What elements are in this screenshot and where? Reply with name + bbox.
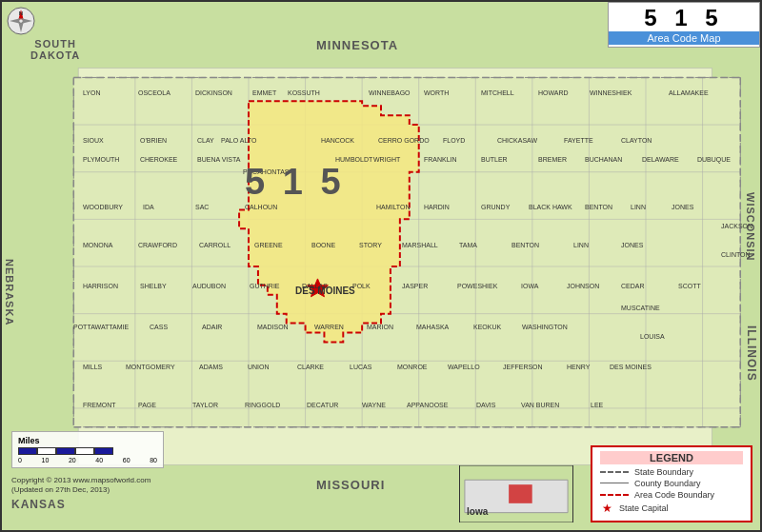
county-hancock: HANCOCK xyxy=(321,137,354,144)
scale-bar: Miles 0 10 20 40 60 80 xyxy=(11,431,164,468)
county-washington: WASHINGTON xyxy=(522,324,568,330)
county-fremont: FREMONT xyxy=(83,402,116,408)
county-decatur: DECATUR xyxy=(307,402,338,408)
county-story: STORY xyxy=(359,242,382,248)
county-louisa: LOUISA xyxy=(640,333,665,340)
county-butler: BUTLER xyxy=(481,156,508,163)
county-wright: WRIGHT xyxy=(373,156,400,163)
county-adams: ADAMS xyxy=(199,364,223,370)
area-code-map-label: 5 1 5 xyxy=(245,162,345,203)
area-code-boundary-line xyxy=(600,494,629,496)
county-lee: LEE xyxy=(591,402,603,408)
minnesota-label: MINNESOTA xyxy=(316,38,398,52)
county-monona: MONONA xyxy=(83,242,113,248)
iowa-inset-label: Iowa xyxy=(467,506,488,517)
county-monroe: MONROE xyxy=(397,364,428,370)
legend-state-capital: ★ State Capital xyxy=(600,502,743,515)
legend-box: LEGEND State Boundary County Boundary Ar… xyxy=(591,445,752,522)
county-johnson: JOHNSON xyxy=(567,283,599,289)
county-lucas: LUCAS xyxy=(350,364,371,370)
county-audubon: AUDUBON xyxy=(192,283,226,289)
county-mitchell: MITCHELL xyxy=(481,89,514,96)
kansas-label: KANSAS xyxy=(11,498,66,511)
county-union: UNION xyxy=(248,364,270,370)
county-bremer: BREMER xyxy=(538,156,567,163)
legend-county-boundary: County Boundary xyxy=(600,479,743,488)
legend-state-boundary: State Boundary xyxy=(600,467,743,477)
county-cedar: CEDAR xyxy=(621,283,645,289)
county-davis: DAVIS xyxy=(476,402,496,408)
county-chickasaw: CHICKASAW xyxy=(497,137,537,144)
county-allamakee: ALLAMAKEE xyxy=(669,89,709,96)
svg-text:N: N xyxy=(19,10,23,16)
nebraska-label: NEBRASKA xyxy=(4,259,15,325)
county-greene: GREENE xyxy=(254,242,283,248)
county-poweshiek: POWESHIEK xyxy=(457,283,497,289)
county-wayne: WAYNE xyxy=(362,402,386,408)
county-emmet: EMMET xyxy=(252,89,276,96)
county-taylor: TAYLOR xyxy=(192,402,218,408)
county-iowa: IOWA xyxy=(521,283,538,289)
county-clarke: CLARKE xyxy=(297,364,324,370)
legend-county-boundary-label: County Boundary xyxy=(634,479,701,488)
county-hamilton: HAMILTON xyxy=(376,204,411,210)
county-cerro-gordo: CERRO GORDO xyxy=(378,137,430,144)
county-linn: LINN xyxy=(631,204,646,210)
county-sioux: SIOUX xyxy=(83,137,104,144)
county-marshall: MARSHALL xyxy=(402,242,438,248)
county-cherokee: CHEROKEE xyxy=(140,156,177,163)
updated-text: (Updated on 27th Dec, 2013) xyxy=(11,485,110,494)
county-pottawattamie: POTTAWATTAMIE xyxy=(73,324,129,330)
compass-rose: N xyxy=(6,6,36,36)
county-ida: IDA xyxy=(143,204,154,210)
county-linn-r5: LINN xyxy=(573,242,589,248)
area-code-title: 5 1 5 xyxy=(644,5,723,31)
scale-graphic xyxy=(18,447,157,455)
county-winnebago: WINNEBAGO xyxy=(369,89,411,96)
legend-state-capital-label: State Capital xyxy=(619,503,669,513)
county-warren: WARREN xyxy=(314,324,344,330)
county-guthrie: GUTHRIE xyxy=(250,283,280,289)
county-jones: JONES xyxy=(672,204,693,210)
county-marion: MARION xyxy=(367,324,393,330)
county-hardin: HARDIN xyxy=(424,204,450,210)
illinois-label: ILLINOIS xyxy=(745,325,758,382)
county-jackson: JACKSON xyxy=(721,223,752,229)
county-jefferson: JEFFERSON xyxy=(503,364,543,370)
county-muscatine: MUSCATINE xyxy=(621,305,660,311)
county-crawford: CRAWFORD xyxy=(138,242,177,248)
missouri-label: MISSOURI xyxy=(316,478,385,492)
scale-numbers: 0 10 20 40 60 80 xyxy=(18,457,157,463)
county-scott: SCOTT xyxy=(678,283,701,289)
county-calhoun: CALHOUN xyxy=(245,204,277,210)
svg-rect-33 xyxy=(509,484,532,503)
map-container: N 5 1 5 Area Code Map SOUTHDAKOTA MINNES… xyxy=(0,0,762,532)
county-black-hawk: BLACK HAWK xyxy=(529,204,572,210)
county-clayton: CLAYTON xyxy=(621,137,652,144)
des-moines-label: DES MOINES xyxy=(295,286,355,296)
county-montgomery: MONTGOMERY xyxy=(126,364,175,370)
county-wapello: WAPELLO xyxy=(448,364,480,370)
county-ringgold: RINGGOLD xyxy=(245,402,280,408)
county-jasper: JASPER xyxy=(402,283,428,289)
county-cass: CASS xyxy=(150,324,168,330)
county-henry: HENRY xyxy=(567,364,590,370)
county-keokuk: KEOKUK xyxy=(473,324,501,330)
legend-area-code-boundary-label: Area Code Boundary xyxy=(634,490,714,500)
county-woodbury: WOODBURY xyxy=(83,204,123,210)
legend-state-boundary-label: State Boundary xyxy=(634,467,693,477)
county-carroll: CARROLL xyxy=(199,242,231,248)
area-code-subtitle: Area Code Map xyxy=(609,31,759,45)
county-adair: ADAIR xyxy=(202,324,222,330)
county-dubuque: DUBUQUE xyxy=(697,156,731,163)
south-dakota-label: SOUTHDAKOTA xyxy=(30,38,80,61)
scale-title: Miles xyxy=(18,436,157,445)
legend-title: LEGEND xyxy=(600,451,743,464)
county-madison: MADISON xyxy=(257,324,289,330)
state-boundary-line xyxy=(600,471,629,473)
star-icon: ★ xyxy=(600,502,613,515)
county-obrien: O'BRIEN xyxy=(140,137,167,144)
county-boone: BOONE xyxy=(311,242,335,248)
county-lyon: LYON xyxy=(83,89,101,96)
county-clay: CLAY xyxy=(197,137,214,144)
